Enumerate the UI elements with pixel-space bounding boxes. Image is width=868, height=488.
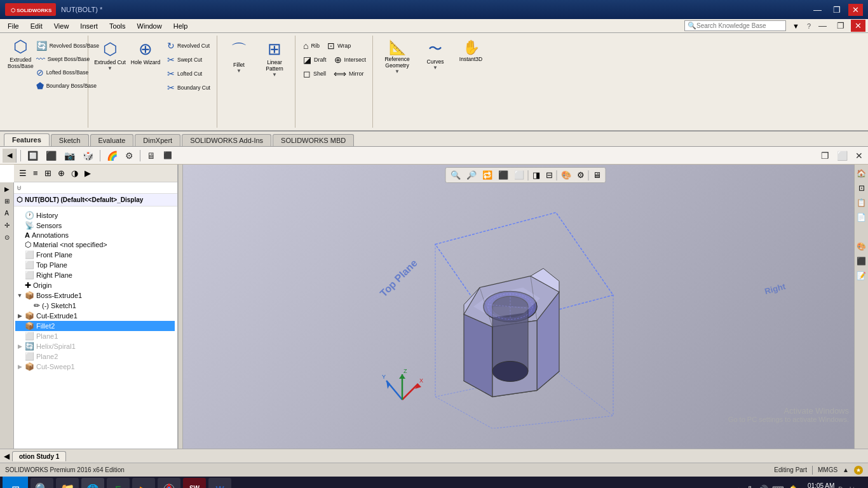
palette-btn[interactable]: 🎨 — [855, 240, 867, 253]
extruded-boss-button[interactable]: ⬡ Extruded Boss/Base 🔄 Revolved Boss/Bas… — [8, 37, 84, 92]
tree-item-history[interactable]: 🕐 History — [15, 210, 175, 220]
filter-btn[interactable]: ⊞ — [42, 167, 54, 179]
vp-section-btn[interactable]: ⬛ — [496, 169, 510, 181]
vp-settings-btn[interactable]: ⚙ — [575, 169, 587, 181]
section-view-btn[interactable]: 📋 — [855, 196, 867, 209]
search-expand-btn[interactable]: ▼ — [789, 21, 803, 31]
vp-display2-btn[interactable]: ◨ — [531, 169, 542, 181]
tree-item-annotations[interactable]: A Annotations — [15, 231, 175, 240]
search-box[interactable]: 🔍 — [684, 20, 786, 31]
taskbar-notification-icon[interactable]: 🔔 — [788, 485, 798, 489]
sidebar-icon-1[interactable]: ▶ — [1, 184, 13, 194]
taskbar-chevron-up[interactable]: ▲ — [735, 485, 742, 488]
revolved-cut-button[interactable]: ↻ Revolved Cut — [165, 39, 213, 52]
view-maximize-btn[interactable]: ⬜ — [834, 149, 850, 162]
instant3d-button[interactable]: ✋ Instant3D — [454, 39, 487, 62]
search-input[interactable] — [696, 22, 773, 29]
tree-item-sketch1[interactable]: ✏ (-) Sketch1 — [24, 301, 175, 311]
tree-item-boss-extrude1[interactable]: ▼ 📦 Boss-Extrude1 — [15, 290, 175, 301]
sidebar-icon-3[interactable]: A — [1, 208, 13, 219]
tree-item-origin[interactable]: ✚ Origin — [15, 280, 175, 290]
vp-zoom-btn[interactable]: 🔍 — [449, 169, 463, 181]
fillet-button[interactable]: ⌒ Fillet ▼ — [222, 37, 255, 126]
close-button[interactable]: ✕ — [848, 4, 863, 16]
menu-file[interactable]: File — [3, 21, 24, 31]
extruded-cut-button[interactable]: ⬡ Extruded Cut ▼ — [93, 37, 126, 126]
menu-insert[interactable]: Insert — [75, 21, 103, 31]
expand-boss-extrude1[interactable]: ▼ — [17, 292, 23, 299]
taskbar-vlc-icon[interactable]: ▶ — [132, 478, 155, 488]
pin-btn[interactable]: ⊕ — [55, 167, 67, 179]
taskbar-word-icon[interactable]: W — [208, 478, 231, 488]
vp-color-btn[interactable]: 🎨 — [559, 169, 573, 181]
taskbar-network-icon[interactable]: 🖧 — [746, 485, 754, 489]
menu-tools[interactable]: Tools — [104, 21, 131, 31]
resize-handle[interactable] — [178, 165, 183, 449]
home-view-btn[interactable]: 🏠 — [855, 167, 867, 180]
view-orientation-btn[interactable]: 🔲 — [25, 149, 41, 162]
menu-view[interactable]: View — [49, 21, 74, 31]
rib-button[interactable]: ⌂ Rib — [301, 39, 322, 52]
tree-item-sensors[interactable]: 📡 Sensors — [15, 220, 175, 231]
close-btn-menu[interactable]: ✕ — [851, 20, 865, 32]
tree-view-btn[interactable]: ☰ — [17, 167, 29, 179]
expand-helix-spiral1[interactable]: ▶ — [17, 343, 23, 349]
vp-rotate-btn[interactable]: 🔁 — [480, 169, 494, 181]
viewport[interactable]: 🔍 🔎 🔁 ⬛ ⬜ ◨ ⊟ 🎨 ⚙ 🖥 Top Plane Right — [183, 165, 868, 449]
vp-pan-btn[interactable]: 🔎 — [465, 169, 478, 181]
help-icon[interactable]: ? — [806, 21, 812, 31]
tab-mbd[interactable]: SOLIDWORKS MBD — [273, 134, 354, 146]
view-3d-btn[interactable]: 🎲 — [80, 149, 96, 162]
view-section-btn[interactable]: ⬛ — [43, 149, 59, 162]
sidebar-icon-2[interactable]: ⊞ — [1, 196, 13, 207]
tree-item-front-plane[interactable]: ⬜ Front Plane — [15, 250, 175, 260]
draft-button[interactable]: ◪ Draft — [301, 53, 329, 66]
view-display-mode-btn[interactable]: 🖥 — [144, 149, 158, 162]
taskbar-sound-icon[interactable]: 🔊 — [758, 485, 768, 489]
menu-window[interactable]: Window — [132, 21, 167, 31]
sidebar-collapse-btn[interactable]: ◀ — [3, 149, 17, 163]
swept-cut-button[interactable]: ✂ Swept Cut — [165, 53, 213, 66]
linear-pattern-button[interactable]: ⊞ Linear Pattern ▼ — [258, 37, 291, 126]
vp-monitor-btn[interactable]: 🖥 — [591, 169, 603, 181]
tab-add-ins[interactable]: SOLIDWORKS Add-Ins — [182, 134, 271, 146]
tree-item-cut-extrude1[interactable]: ▶ 📦 Cut-Extrude1 — [15, 311, 175, 321]
taskbar-ie-icon[interactable]: 🌐 — [81, 478, 104, 488]
vp-display1-btn[interactable]: ⬜ — [512, 169, 526, 181]
note-btn2[interactable]: 📝 — [855, 269, 867, 282]
tree-item-top-plane[interactable]: ⬜ Top Plane — [15, 260, 175, 270]
view-expand-collapse-btn[interactable]: ⬛ — [161, 150, 175, 161]
pie-chart-btn[interactable]: ◑ — [69, 167, 81, 179]
tree-item-material[interactable]: ⬡ Material <not specified> — [15, 240, 175, 250]
taskbar-solidworks-icon[interactable]: SW — [183, 478, 206, 488]
mirror-button[interactable]: ⟺ Mirror — [331, 67, 367, 80]
tree-item-helix-spiral1[interactable]: ▶ 🔄 Helix/Spiral1 — [15, 341, 175, 351]
vp-display3-btn[interactable]: ⊟ — [544, 169, 555, 181]
taskbar-chrome-icon[interactable] — [158, 478, 180, 488]
view-restore-btn[interactable]: ❐ — [818, 149, 832, 162]
tab-features[interactable]: Features — [4, 133, 50, 146]
start-button[interactable]: ⊞ — [3, 477, 28, 488]
minimize-button[interactable]: — — [810, 4, 825, 16]
hole-wizard-button[interactable]: ⊕ Hole Wizard — [129, 37, 162, 126]
restore-btn-menu[interactable]: ❐ — [833, 20, 848, 32]
boundary-cut-button[interactable]: ✂ Boundary Cut — [165, 81, 213, 94]
flat-tree-btn[interactable]: ≡ — [31, 167, 41, 179]
tab-dimxpert[interactable]: DimXpert — [135, 134, 180, 146]
restore-button[interactable]: ❐ — [829, 4, 844, 16]
expand-cut-extrude1[interactable]: ▶ — [17, 313, 23, 319]
display-pane-btn[interactable]: ⬛ — [855, 255, 867, 268]
wrap-button[interactable]: ⊡ Wrap — [325, 39, 353, 52]
view-close-btn[interactable]: ✕ — [853, 149, 865, 162]
tree-item-plane1[interactable]: ⬜ Plane1 — [15, 331, 175, 341]
taskbar-excel-icon[interactable]: E — [107, 478, 130, 488]
taskbar-search-icon[interactable]: 🔍 — [31, 478, 53, 488]
tree-item-cut-sweep1[interactable]: ▶ 📦 Cut-Sweep1 — [15, 362, 175, 372]
intersect-button[interactable]: ⊕ Intersect — [332, 53, 369, 66]
menu-help[interactable]: Help — [168, 21, 193, 31]
tree-item-fillet2[interactable]: 📦 Fillet2 — [15, 321, 175, 331]
taskbar-clock[interactable]: 01:05 AM 28-11-2017 — [802, 482, 834, 489]
notes-btn[interactable]: 📄 — [855, 211, 867, 224]
units-arrow[interactable]: ▲ — [843, 466, 849, 473]
view-display-btn[interactable]: 📷 — [62, 149, 78, 162]
